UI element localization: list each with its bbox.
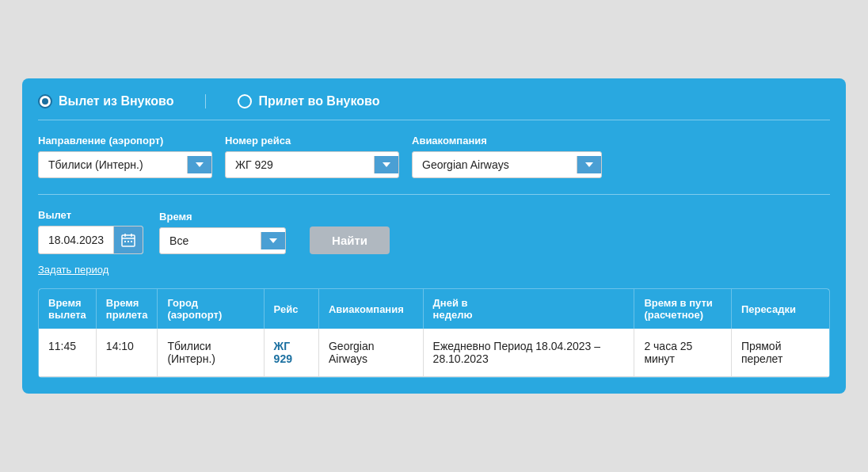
col-city: Город(аэропорт) <box>158 289 264 329</box>
flight-label: Номер рейса <box>225 135 399 147</box>
svg-rect-5 <box>128 241 129 242</box>
direction-group: Направление (аэропорт) Тбилиси (Интерн.) <box>38 135 212 178</box>
chevron-down-icon <box>196 162 204 167</box>
results-table-wrapper: Времявылета Времяприлета Город(аэропорт)… <box>38 288 830 378</box>
date-row: Вылет 18.04.2023 Время <box>38 209 830 254</box>
time-select[interactable]: Все <box>159 227 286 254</box>
radio-arrival-label: Прилет во Внуково <box>258 94 379 108</box>
date-input[interactable]: 18.04.2023 <box>38 226 143 254</box>
flight-link[interactable]: ЖГ 929 <box>274 340 292 365</box>
flight-group: Номер рейса ЖГ 929 <box>225 135 399 178</box>
chevron-down-icon <box>269 238 277 243</box>
radio-arrival[interactable]: Прилет во Внуково <box>206 94 403 108</box>
col-departure-time: Времявылета <box>39 289 96 329</box>
radio-departure-label: Вылет из Внуково <box>59 94 173 108</box>
filter-row: Направление (аэропорт) Тбилиси (Интерн.)… <box>38 135 830 178</box>
calendar-icon <box>121 233 135 247</box>
direction-select[interactable]: Тбилиси (Интерн.) <box>38 151 212 178</box>
search-button[interactable]: Найти <box>310 226 390 254</box>
radio-departure[interactable]: Вылет из Внуково <box>38 94 206 108</box>
svg-rect-6 <box>131 241 132 242</box>
time-value: Все <box>160 228 261 253</box>
airline-dropdown-btn[interactable] <box>577 156 601 173</box>
main-container: Вылет из Внуково Прилет во Внуково Напра… <box>22 78 846 394</box>
cell-airline: Georgian Airways <box>318 329 423 377</box>
direction-dropdown-btn[interactable] <box>187 156 211 173</box>
direction-label: Направление (аэропорт) <box>38 135 212 147</box>
results-table: Времявылета Времяприлета Город(аэропорт)… <box>39 289 829 377</box>
col-airline: Авиакомпания <box>318 289 423 329</box>
time-dropdown-btn[interactable] <box>261 232 285 249</box>
flight-value: ЖГ 929 <box>226 152 374 177</box>
cell-city: Тбилиси (Интерн.) <box>158 329 264 377</box>
cell-departure-time: 11:45 <box>39 329 96 377</box>
col-arrival-time: Времяприлета <box>96 289 158 329</box>
radio-section: Вылет из Внуково Прилет во Внуково <box>38 94 830 120</box>
col-transfers: Пересадки <box>731 289 829 329</box>
table-row: 11:45 14:10 Тбилиси (Интерн.) ЖГ 929 Geo… <box>39 329 829 377</box>
cell-days: Ежедневно Период 18.04.2023 – 28.10.2023 <box>423 329 634 377</box>
cell-arrival-time: 14:10 <box>96 329 158 377</box>
cell-transfers: Прямой перелет <box>731 329 829 377</box>
chevron-down-icon <box>383 162 390 167</box>
svg-rect-4 <box>124 241 126 242</box>
period-link[interactable]: Задать период <box>38 264 108 276</box>
calendar-btn[interactable] <box>113 226 143 253</box>
table-header-row: Времявылета Времяприлета Город(аэропорт)… <box>39 289 829 329</box>
col-flight: Рейс <box>264 289 318 329</box>
departure-label: Вылет <box>38 209 143 221</box>
col-duration: Время в пути(расчетное) <box>634 289 732 329</box>
divider <box>38 194 830 195</box>
airline-value: Georgian Airways <box>413 152 577 177</box>
airline-select[interactable]: Georgian Airways <box>412 151 602 178</box>
col-days: Дней внеделю <box>423 289 634 329</box>
cell-flight[interactable]: ЖГ 929 <box>264 329 318 377</box>
time-label: Время <box>159 211 286 223</box>
cell-duration: 2 часа 25 минут <box>634 329 732 377</box>
chevron-down-icon <box>585 162 593 167</box>
time-group: Время Все <box>159 211 286 254</box>
departure-date-group: Вылет 18.04.2023 <box>38 209 143 254</box>
flight-select[interactable]: ЖГ 929 <box>225 151 399 178</box>
date-value: 18.04.2023 <box>39 227 113 253</box>
direction-value: Тбилиси (Интерн.) <box>39 152 187 177</box>
radio-departure-circle <box>38 94 52 108</box>
airline-group: Авиакомпания Georgian Airways <box>412 135 602 178</box>
radio-arrival-circle <box>238 94 252 108</box>
airline-label: Авиакомпания <box>412 135 602 147</box>
flight-dropdown-btn[interactable] <box>374 156 398 173</box>
